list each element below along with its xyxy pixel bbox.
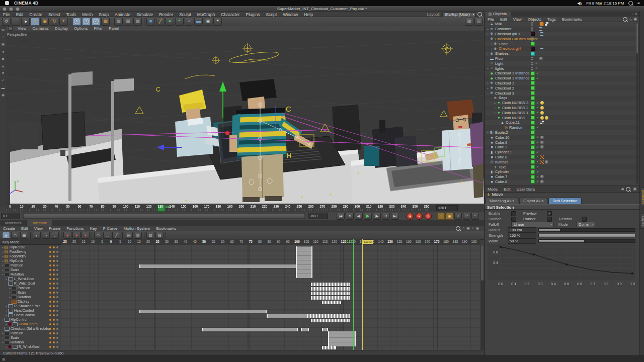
- render-view-icon[interactable]: ▦: [114, 18, 123, 26]
- last-tool-icon[interactable]: +: [59, 18, 68, 26]
- menu-plugins[interactable]: Plugins: [243, 12, 263, 17]
- tl-tool-icon-4-1[interactable]: ▥: [134, 232, 142, 239]
- timeline-menu-functions[interactable]: Functions: [63, 226, 87, 231]
- width-slider[interactable]: [538, 239, 635, 243]
- enabled-check-icon[interactable]: ✓: [536, 106, 539, 110]
- spotlight-icon[interactable]: [628, 1, 633, 6]
- tl-tool-icon-1-1[interactable]: ◑: [42, 232, 50, 239]
- layout-dropdown[interactable]: Startup (User): [442, 12, 475, 17]
- am-menu-user-data[interactable]: User Data: [514, 187, 538, 192]
- layer-color-mark[interactable]: [531, 101, 535, 105]
- tl-tool-icon-0-1[interactable]: ◠: [11, 232, 19, 239]
- object-row-cube-10[interactable]: ■Cube.10✓: [485, 135, 639, 140]
- viewport-menu-panel[interactable]: Panel: [106, 26, 122, 31]
- play-button[interactable]: ▶: [364, 213, 372, 220]
- track-key-dots[interactable]: [49, 246, 58, 248]
- menu-sculpt[interactable]: Sculpt: [176, 12, 194, 17]
- enabled-check-icon[interactable]: ✓: [536, 155, 539, 159]
- falloff-dropdown[interactable]: Linear: [511, 222, 553, 227]
- keyframe-bar-15[interactable]: [322, 346, 336, 349]
- layer-color-mark[interactable]: [531, 32, 535, 36]
- tl-tool-icon-1-2[interactable]: ◒: [51, 232, 59, 239]
- track-row-rotation[interactable]: +Rotation: [0, 340, 61, 344]
- track-key-dots[interactable]: [49, 341, 58, 343]
- menu-script[interactable]: Script: [263, 12, 280, 17]
- layer-color-mark[interactable]: [531, 170, 535, 174]
- layer-color-mark[interactable]: [531, 126, 535, 130]
- timeline-marker-line[interactable]: [362, 239, 363, 350]
- object-expand-icon[interactable]: +: [493, 106, 497, 109]
- object-row-checkout-1[interactable]: +⊕Checkout 1: [485, 81, 639, 86]
- lock-y-axis-icon[interactable]: Y: [82, 18, 91, 26]
- track-key-dots[interactable]: [49, 278, 58, 280]
- object-expand-icon[interactable]: +: [486, 131, 490, 134]
- left-tool-icon-0[interactable]: ▭: [2, 28, 5, 32]
- track-expand-icon[interactable]: +: [1, 341, 5, 344]
- scale-tool-icon[interactable]: ▣: [40, 18, 49, 26]
- undo-history-box[interactable]: [12, 18, 20, 26]
- curve-point-handle[interactable]: [533, 253, 535, 255]
- object-expand-icon[interactable]: +: [486, 28, 490, 31]
- tl-tool-icon-3-1[interactable]: ◡: [103, 232, 111, 239]
- layer-color-mark[interactable]: [531, 42, 535, 46]
- object-expand-icon[interactable]: -: [490, 97, 493, 100]
- layer-color-mark[interactable]: [531, 96, 535, 100]
- track-expand-icon[interactable]: +: [1, 250, 5, 253]
- layout-grid2-icon[interactable]: ▥: [474, 18, 483, 26]
- track-key-dots[interactable]: [49, 255, 58, 257]
- layer-color-mark[interactable]: [531, 145, 535, 149]
- timeline-scrollbar[interactable]: [480, 245, 484, 350]
- keyframe-bar-8[interactable]: [267, 314, 308, 318]
- om-home-icon[interactable]: ⌂: [629, 18, 631, 21]
- visibility-dots[interactable]: [531, 22, 534, 26]
- viewport-menu-display[interactable]: Display: [52, 26, 71, 31]
- preview-min-field[interactable]: 0 F: [1, 213, 20, 219]
- track-row-footswing[interactable]: +FootSwing: [0, 249, 61, 254]
- keyframe-bar-0[interactable]: [139, 264, 298, 268]
- dotsO-tag-icon[interactable]: [540, 155, 544, 159]
- key-pla-button[interactable]: ::: [471, 213, 479, 220]
- mode-dropdown[interactable]: Dome: [576, 222, 595, 227]
- timeline-marker-flag[interactable]: Swipe: [363, 240, 373, 244]
- track-expand-icon[interactable]: +: [1, 332, 5, 335]
- layer-color-mark[interactable]: [531, 135, 535, 139]
- sphere-tag-icon[interactable]: [540, 180, 544, 184]
- layer-color-mark[interactable]: [531, 52, 535, 56]
- sphere-tag-icon[interactable]: [539, 57, 543, 60]
- track-row-footwidth[interactable]: +FootWidth: [0, 254, 61, 258]
- camera-icon[interactable]: ◉: [204, 18, 212, 26]
- rotate-tool-icon[interactable]: ↻: [50, 18, 58, 26]
- floor-icon[interactable]: ▬: [194, 18, 203, 26]
- om-search-icon[interactable]: [623, 17, 627, 22]
- goto-start-button[interactable]: |◀: [337, 213, 345, 220]
- track-expand-icon[interactable]: +: [1, 255, 5, 258]
- goto-end-button[interactable]: ▶|: [391, 213, 399, 220]
- layer-color-mark[interactable]: [531, 121, 535, 125]
- panel-detach-icon[interactable]: ▫: [632, 12, 633, 16]
- object-row-cylinder-1[interactable]: ▮Cylinder.1✓: [485, 150, 639, 155]
- menu-select[interactable]: Select: [45, 12, 63, 17]
- keyframe-bar-6[interactable]: [322, 301, 341, 304]
- object-row-checkout-3[interactable]: -⊕Checkout 3: [485, 90, 639, 96]
- left-tool-icon-6[interactable]: ▼: [2, 71, 5, 75]
- track-row-scale[interactable]: +Scale: [0, 267, 61, 272]
- track-key-dots[interactable]: [49, 283, 58, 285]
- layer-color-mark[interactable]: [531, 140, 535, 144]
- object-row-cloth-nurbs-3[interactable]: +▼Cloth NURBS.3✓: [485, 101, 639, 106]
- attribute-tab-soft-selection[interactable]: Soft Selection: [548, 198, 581, 204]
- key-position-button[interactable]: +: [437, 213, 445, 220]
- menu-mograph[interactable]: MoGraph: [194, 12, 218, 17]
- keyframe-bar-9[interactable]: [307, 314, 350, 318]
- notification-center-icon[interactable]: ≡: [637, 1, 640, 6]
- track-key-dots[interactable]: [49, 332, 58, 334]
- layer-color-mark[interactable]: [531, 76, 535, 80]
- track-expand-icon[interactable]: +: [8, 291, 12, 294]
- menu-create[interactable]: Create: [26, 12, 45, 17]
- track-expand-icon[interactable]: +: [5, 305, 8, 308]
- keyframe-bar-2[interactable]: [311, 283, 350, 286]
- checker-tag-icon[interactable]: [540, 121, 544, 124]
- spline-pen-icon[interactable]: ╱: [156, 18, 165, 26]
- menu-snap[interactable]: Snap: [96, 12, 112, 17]
- enabled-check-icon[interactable]: ✓: [535, 66, 538, 70]
- object-expand-icon[interactable]: -: [497, 121, 500, 124]
